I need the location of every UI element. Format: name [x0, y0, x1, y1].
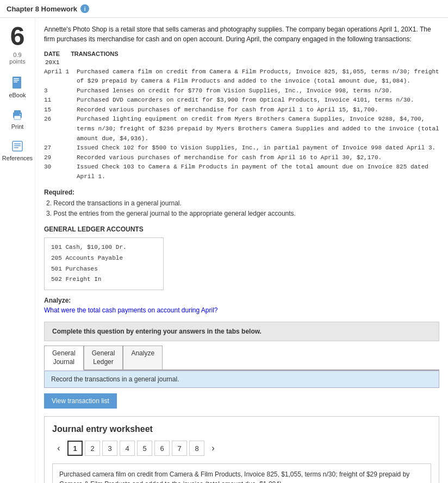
- transaction-item: April 1Purchased camera film on credit f…: [44, 67, 439, 86]
- required-items-list: 2. Record the transactions in a general …: [44, 198, 439, 219]
- sidebar: 6 0.9 points eBook: [0, 18, 35, 483]
- svg-rect-2: [14, 80, 19, 81]
- transactions-col-header: TRANSACTIONS: [71, 51, 118, 57]
- gl-account-item: 205 Accounts Payable: [51, 253, 157, 264]
- transactions-list: April 1Purchased camera film on credit f…: [44, 67, 439, 182]
- page-button-7[interactable]: 7: [172, 441, 187, 456]
- worksheet-title: Journal entry worksheet: [52, 424, 431, 434]
- view-transaction-list-button[interactable]: View transaction list: [44, 393, 117, 409]
- print-icon: [10, 107, 25, 122]
- page-button-3[interactable]: 3: [102, 441, 117, 456]
- problem-description: Annette's Photo Shop is a retail store t…: [44, 24, 439, 44]
- instruction-box: Complete this question by entering your …: [44, 322, 439, 341]
- tab-analyze[interactable]: Analyze: [123, 346, 163, 369]
- tab-general-journal[interactable]: General Journal: [44, 346, 84, 371]
- analyze-section: Analyze: What were the total cash paymen…: [44, 297, 439, 314]
- next-page-button[interactable]: ›: [207, 442, 220, 455]
- svg-point-7: [20, 114, 21, 115]
- required-title: Required:: [44, 189, 439, 196]
- worksheet-box: Journal entry worksheet ‹ 12345678 › Pur…: [44, 416, 439, 483]
- content-area: Annette's Photo Shop is a retail store t…: [35, 18, 448, 483]
- transaction-description-box: Purchased camera film on credit from Cam…: [52, 463, 431, 483]
- app-header: Chapter 8 Homework i: [0, 0, 448, 18]
- problem-number: 6: [10, 23, 25, 49]
- gl-account-item: 502 Freight In: [51, 274, 157, 285]
- ebook-button[interactable]: eBook: [9, 76, 26, 98]
- svg-rect-10: [14, 146, 21, 147]
- ebook-icon: [10, 76, 25, 91]
- page-button-5[interactable]: 5: [137, 441, 152, 456]
- print-button[interactable]: Print: [10, 107, 25, 130]
- points-label: 0.9 points: [9, 52, 25, 65]
- required-item: 3. Post the entries from the general jou…: [46, 209, 439, 219]
- references-button[interactable]: References: [2, 139, 33, 161]
- gl-account-item: 101 Cash, $10,100 Dr.: [51, 242, 157, 253]
- required-section: Required: 2. Record the transactions in …: [44, 189, 439, 219]
- svg-rect-11: [14, 147, 18, 148]
- prev-page-button[interactable]: ‹: [52, 442, 65, 455]
- date-col-header: DATE: [44, 51, 60, 57]
- svg-rect-1: [14, 78, 19, 79]
- transactions-section: DATE TRANSACTIONS 20X1 April 1Purchased …: [44, 51, 439, 182]
- page-button-8[interactable]: 8: [189, 441, 204, 456]
- transaction-item: 26Purchased lighting equipment on credit…: [44, 115, 439, 143]
- journal-instruction: Record the transactions in a general jou…: [44, 371, 439, 388]
- analyze-text: What were the total cash payments on acc…: [44, 306, 439, 314]
- transaction-item: 15Recorded various purchases of merchand…: [44, 105, 439, 115]
- info-icon[interactable]: i: [80, 4, 89, 13]
- svg-rect-5: [14, 110, 21, 114]
- year-row: 20X1: [44, 58, 439, 67]
- transaction-item: 3Purchased lenses on credit for $770 fro…: [44, 86, 439, 96]
- tabs-container: General JournalGeneral LedgerAnalyze: [44, 346, 439, 371]
- pagination-pages: 12345678: [67, 441, 204, 456]
- page-button-1[interactable]: 1: [67, 441, 83, 456]
- print-label: Print: [11, 123, 24, 130]
- references-icon: [10, 139, 25, 154]
- gl-title: GENERAL LEDGER ACCOUNTS: [44, 225, 439, 233]
- page-button-2[interactable]: 2: [85, 441, 100, 456]
- required-item: 2. Record the transactions in a general …: [46, 198, 439, 209]
- svg-rect-3: [14, 81, 17, 83]
- svg-rect-9: [14, 143, 21, 145]
- transaction-item: 11Purchased DVD camcorders on credit for…: [44, 96, 439, 105]
- transaction-item: 27Issued Check 102 for $500 to Vision Su…: [44, 143, 439, 153]
- references-label: References: [2, 155, 33, 161]
- analyze-title: Analyze:: [44, 297, 439, 304]
- ebook-label: eBook: [9, 92, 26, 98]
- gl-box: 101 Cash, $10,100 Dr.205 Accounts Payabl…: [44, 237, 164, 290]
- main-layout: 6 0.9 points eBook: [0, 18, 448, 483]
- transactions-header: DATE TRANSACTIONS: [44, 51, 439, 57]
- transaction-item: 29Recorded various purchases of merchand…: [44, 153, 439, 163]
- pagination: ‹ 12345678 ›: [52, 441, 431, 456]
- svg-rect-6: [14, 116, 21, 120]
- gl-account-item: 501 Purchases: [51, 264, 157, 275]
- transaction-item: 30Issued Check 103 to Camera & Film Prod…: [44, 162, 439, 181]
- page-title: Chapter 8 Homework: [7, 5, 77, 13]
- page-button-6[interactable]: 6: [154, 441, 170, 456]
- page-button-4[interactable]: 4: [120, 441, 135, 456]
- gl-accounts-section: GENERAL LEDGER ACCOUNTS 101 Cash, $10,10…: [44, 225, 439, 290]
- tab-general-ledger[interactable]: General Ledger: [84, 346, 123, 369]
